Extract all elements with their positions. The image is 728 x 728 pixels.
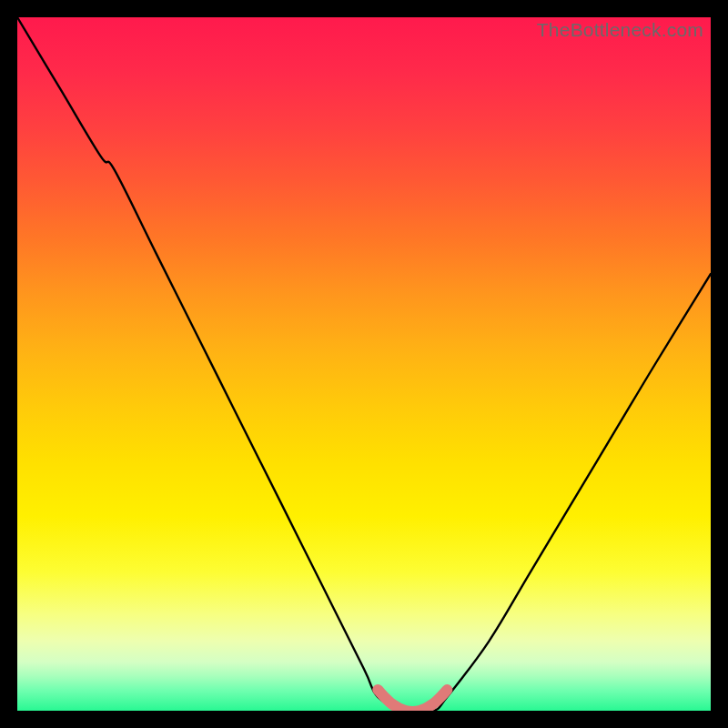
chart-frame: TheBottleneck.com <box>0 0 728 728</box>
chart-svg <box>17 17 711 711</box>
flat-minimum-marker <box>378 690 447 711</box>
bottleneck-curve <box>17 17 711 711</box>
plot-area: TheBottleneck.com <box>17 17 711 711</box>
